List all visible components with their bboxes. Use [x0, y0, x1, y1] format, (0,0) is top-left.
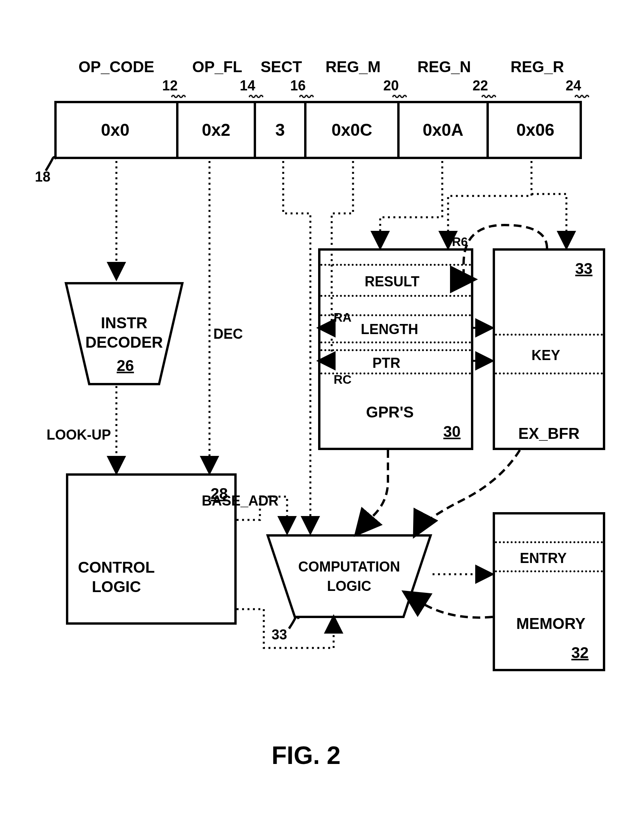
- sig-lookup: LOOK-UP: [47, 427, 111, 443]
- arrows-overlay: [16, 16, 621, 823]
- sig-dec: DEC: [213, 326, 243, 342]
- sig-baseadr: BASE_ADR: [202, 493, 279, 509]
- port-r6: R6: [452, 235, 468, 249]
- diagram-canvas: 0x0 0x2 3 0x0C 0x0A 0x06 OP_CODE OP_FL S…: [16, 16, 621, 823]
- port-rc: RC: [334, 372, 351, 387]
- port-ra: RA: [334, 310, 351, 325]
- figure-title: FIG. 2: [272, 741, 341, 770]
